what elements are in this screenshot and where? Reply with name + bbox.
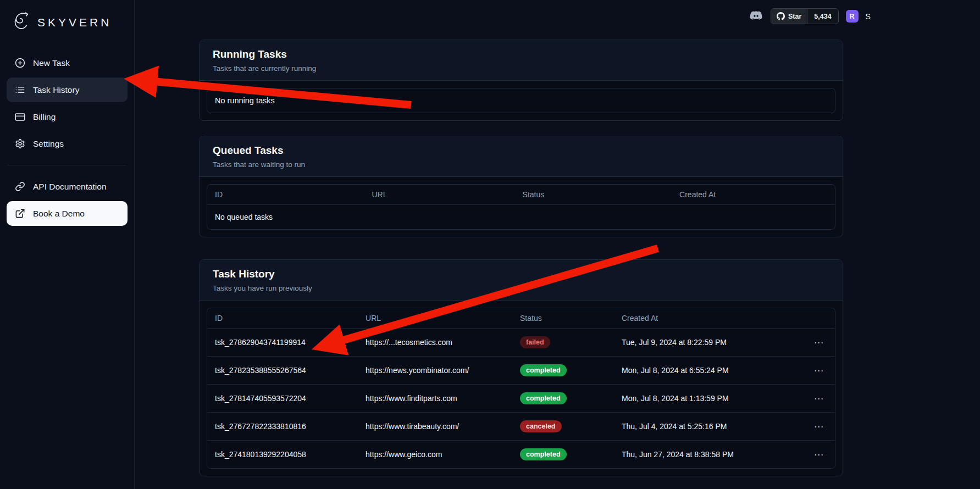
topbar-right: Star 5,434 R S [749,8,871,24]
task-id: tsk_274180139292204058 [207,441,358,469]
main-content: Running Tasks Tasks that are currently r… [199,40,843,476]
skyvern-logo[interactable]: SKYVERN [7,9,128,51]
external-link-icon [15,208,25,219]
task-row[interactable]: tsk_278235388555267564 https://news.ycom… [207,357,835,385]
task-url: https://...tecosmetics.com [358,329,512,357]
task-id: tsk_278629043741199914 [207,329,358,357]
column-header-created-at: Created At [672,185,835,205]
task-row[interactable]: tsk_274180139292204058 https://www.geico… [207,441,835,469]
sidebar-divider [8,165,126,165]
queued-tasks-content: ID URL Status Created At No queued tasks [200,177,843,237]
task-history-subtitle: Tasks you have run previously [213,284,829,292]
task-created-at: Thu, Jul 4, 2024 at 5:25:16 PM [614,413,797,441]
sidebar-item-billing[interactable]: Billing [7,104,128,129]
column-header-status: Status [515,185,672,205]
column-header-url: URL [364,185,515,205]
status-badge: failed [520,336,550,348]
task-created-at: Mon, Jul 8, 2024 at 1:13:59 PM [614,385,797,413]
column-header-id: ID [207,185,364,205]
task-url: https://www.finditparts.com [358,385,512,413]
sidebar-item-label: Billing [33,112,56,122]
row-menu-button[interactable]: ⋯ [814,394,824,403]
discord-icon[interactable] [749,9,763,24]
queued-empty-row: No queued tasks [207,205,835,230]
column-header-created-at: Created At [614,308,797,329]
column-header-actions [797,308,835,329]
status-badge: completed [520,364,567,376]
task-url: https://www.tirabeauty.com/ [358,413,512,441]
task-created-at: Mon, Jul 8, 2024 at 6:55:24 PM [614,357,797,385]
column-header-url: URL [358,308,512,329]
task-created-at: Thu, Jun 27, 2024 at 8:38:58 PM [614,441,797,469]
sidebar-item-label: Settings [33,139,64,149]
queued-tasks-subtitle: Tasks that are waiting to run [213,160,829,169]
task-id: tsk_278235388555267564 [207,357,358,385]
status-badge: completed [520,448,567,460]
task-row[interactable]: tsk_278147405593572204 https://www.findi… [207,385,835,413]
task-url: https://news.ycombinator.com/ [358,357,512,385]
status-badge: completed [520,392,567,404]
github-star-count: 5,434 [807,9,838,24]
status-badge: canceled [520,420,562,432]
sidebar-item-label: Task History [33,85,79,95]
task-id: tsk_278147405593572204 [207,385,358,413]
column-header-id: ID [207,308,358,329]
task-history-table: ID URL Status Created At tsk_27862904374… [207,308,835,468]
queued-tasks-title: Queued Tasks [213,145,829,157]
link-icon [15,181,25,192]
sidebar-item-label: API Documentation [33,182,107,192]
queued-tasks-card: Queued Tasks Tasks that are waiting to r… [199,136,843,237]
task-row[interactable]: tsk_278629043741199914 https://...tecosm… [207,329,835,357]
brand-name: SKYVERN [37,16,112,29]
gear-icon [15,138,25,149]
sidebar-item-settings[interactable]: Settings [7,131,128,156]
task-history-title: Task History [213,268,829,280]
task-created-at: Tue, Jul 9, 2024 at 8:22:59 PM [614,329,797,357]
github-star-label: Star [788,13,801,20]
plus-circle-icon [15,58,25,68]
task-history-header: Task History Tasks you have run previous… [200,260,843,301]
row-menu-button[interactable]: ⋯ [814,338,824,347]
row-menu-button[interactable]: ⋯ [814,422,824,431]
running-tasks-subtitle: Tasks that are currently running [213,64,829,73]
skyvern-logo-icon [11,11,32,34]
running-tasks-empty-state: No running tasks [207,88,835,113]
running-tasks-card: Running Tasks Tasks that are currently r… [199,40,843,121]
credit-card-icon [15,112,25,122]
task-id: tsk_276727822333810816 [207,413,358,441]
queued-tasks-header: Queued Tasks Tasks that are waiting to r… [200,136,843,177]
sidebar-item-api-documentation[interactable]: API Documentation [7,174,128,199]
column-header-status: Status [512,308,614,329]
row-menu-button[interactable]: ⋯ [814,450,824,459]
sidebar: SKYVERN New Task Task History Billing Se… [0,0,135,489]
list-icon [15,85,25,95]
book-a-demo-button[interactable]: Book a Demo [7,201,128,226]
github-icon [777,12,785,20]
queued-tasks-empty-state: No queued tasks [207,205,835,230]
sidebar-item-label: New Task [33,58,70,68]
sidebar-item-new-task[interactable]: New Task [7,51,128,75]
task-history-content: ID URL Status Created At tsk_27862904374… [200,301,843,476]
running-tasks-content: No running tasks [200,81,843,120]
running-tasks-header: Running Tasks Tasks that are currently r… [200,40,843,81]
sidebar-item-task-history[interactable]: Task History [7,77,128,102]
clipped-username-text: S [866,12,871,21]
avatar[interactable]: R [846,10,859,23]
github-star-button[interactable]: Star 5,434 [771,8,839,24]
task-row[interactable]: tsk_276727822333810816 https://www.tirab… [207,413,835,441]
task-history-card: Task History Tasks you have run previous… [199,259,843,476]
task-url: https://www.geico.com [358,441,512,469]
running-tasks-title: Running Tasks [213,48,829,60]
row-menu-button[interactable]: ⋯ [814,366,824,375]
book-a-demo-label: Book a Demo [33,209,85,219]
queued-tasks-table: ID URL Status Created At No queued tasks [207,185,835,229]
